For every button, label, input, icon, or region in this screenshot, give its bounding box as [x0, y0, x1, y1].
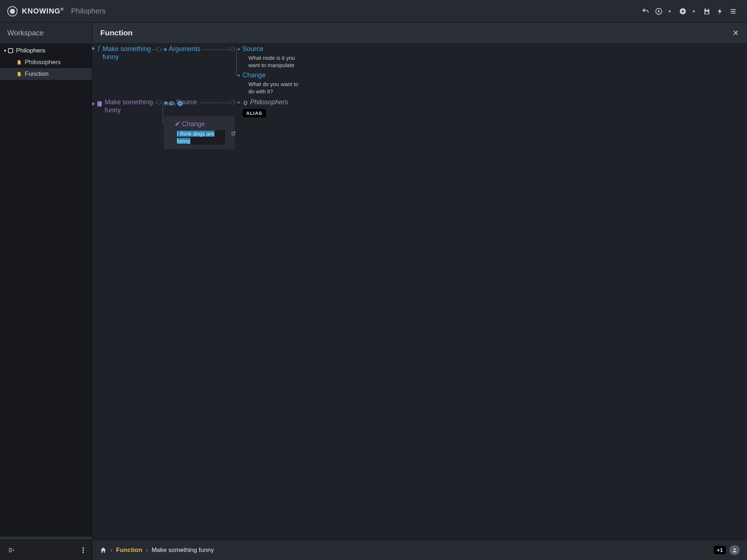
panel-title: Function: [100, 28, 133, 37]
more-button[interactable]: [82, 547, 84, 553]
source-value: Philosophers: [250, 98, 288, 106]
param-desc: What do you want to do with it?: [248, 81, 303, 95]
svg-rect-3: [705, 11, 708, 13]
brand-name: KNOWING: [22, 7, 61, 15]
brand: KNOWING®: [22, 7, 64, 15]
port-icon[interactable]: [238, 48, 240, 50]
source-label: Source: [176, 98, 197, 106]
tree-root-label: Philophers: [16, 47, 45, 54]
tree-root[interactable]: ▼ Philophers: [0, 45, 92, 57]
connector-icon[interactable]: [157, 47, 161, 51]
presence-count[interactable]: +1: [714, 546, 726, 554]
edge: [162, 49, 164, 50]
function-icon: f: [98, 45, 99, 51]
fn-def-node[interactable]: f Make something funny: [92, 45, 154, 61]
function-call-icon: [97, 101, 102, 106]
source-value-node[interactable]: Philosophers ALIAS: [243, 98, 288, 117]
bolt-button[interactable]: [713, 5, 727, 18]
project-name[interactable]: Philophers: [71, 7, 106, 15]
param-source-node[interactable]: Source What node is it you want to manip…: [243, 45, 303, 69]
connector-icon[interactable]: [157, 100, 161, 105]
breadcrumb-function[interactable]: Function: [116, 547, 142, 554]
param-name: Change: [243, 71, 266, 79]
arguments-label: Arguments: [169, 45, 200, 52]
edge: [236, 50, 237, 75]
fn-def-name: Make something funny: [102, 45, 154, 61]
project-icon: [8, 48, 13, 53]
connector-icon[interactable]: [230, 47, 235, 51]
connector-icon[interactable]: [230, 100, 235, 105]
panel-header: Function: [92, 23, 747, 43]
sidebar: Workspace ▼ Philophers Philosophers Func…: [0, 23, 92, 560]
alias-badge: ALIAS: [243, 109, 266, 117]
expand-icon[interactable]: [165, 101, 167, 105]
open-external-icon[interactable]: [231, 131, 236, 136]
add-menu-caret-icon[interactable]: ▾: [687, 5, 700, 18]
svg-rect-2: [706, 8, 708, 10]
doc-icon: [16, 59, 22, 65]
scrollbar[interactable]: [0, 537, 92, 540]
edge: [235, 49, 238, 50]
logo-icon: [7, 6, 18, 16]
svg-point-4: [82, 547, 84, 549]
sidebar-footer: [0, 540, 92, 560]
fn-call-name: Make something funny: [105, 98, 156, 114]
svg-point-5: [82, 549, 84, 551]
edge: [152, 102, 156, 103]
edit-icon: [174, 121, 181, 127]
home-button[interactable]: [100, 547, 107, 554]
param-name: Source: [243, 45, 263, 52]
topbar: KNOWING® Philophers ▾ ▾: [0, 0, 747, 23]
brand-mark: ®: [61, 7, 64, 11]
breadcrumb-separator-icon: ›: [146, 547, 148, 553]
undo-button[interactable]: [639, 5, 652, 18]
port-icon[interactable]: [238, 101, 240, 104]
close-panel-button[interactable]: [732, 30, 739, 36]
edge: [162, 102, 165, 103]
edge: [203, 49, 229, 50]
sidebar-title: Workspace: [0, 23, 92, 43]
tree-item-philosophers[interactable]: Philosophers: [0, 57, 92, 68]
save-button[interactable]: [700, 5, 713, 18]
tree-item-label: Philosophers: [25, 59, 61, 66]
change-value: I think dogs are funny: [177, 131, 214, 144]
pin-icon: [169, 100, 174, 105]
collapse-sidebar-button[interactable]: [7, 547, 15, 553]
edge: [152, 49, 156, 50]
user-avatar[interactable]: [729, 545, 740, 555]
edge: [163, 103, 163, 124]
graph-canvas[interactable]: f Make something funny Arguments Source …: [92, 43, 747, 540]
port-icon[interactable]: [238, 74, 240, 77]
play-menu-caret-icon[interactable]: ▾: [663, 5, 676, 18]
pin-icon: [243, 100, 248, 105]
edge: [235, 102, 238, 103]
expand-icon[interactable]: [92, 47, 95, 50]
change-label: Change: [182, 120, 205, 128]
breadcrumb-leaf[interactable]: Make something funny: [151, 547, 214, 554]
param-desc: What node is it you want to manipulate: [248, 54, 303, 69]
svg-point-7: [734, 548, 735, 550]
expand-icon[interactable]: [165, 48, 167, 51]
doc-icon: [16, 71, 22, 77]
edge: [200, 102, 229, 103]
expand-icon[interactable]: [92, 102, 95, 106]
workspace-tree: ▼ Philophers Philosophers Function: [0, 43, 92, 537]
breadcrumb-bar: › Function › Make something funny +1: [92, 540, 747, 560]
breadcrumb-separator-icon: ›: [111, 547, 112, 553]
menu-button[interactable]: [727, 5, 740, 18]
change-value-input[interactable]: I think dogs are funny: [177, 130, 225, 145]
chevron-down-icon[interactable]: ▼: [3, 48, 7, 53]
tree-item-function[interactable]: Function: [0, 68, 92, 80]
tree-item-label: Function: [25, 70, 49, 78]
change-node[interactable]: Change I think dogs are funny: [164, 116, 235, 149]
param-change-node[interactable]: Change What do you want to do with it?: [243, 71, 303, 95]
call-source-node[interactable]: Source: [165, 98, 197, 106]
svg-point-6: [82, 552, 84, 553]
arguments-node[interactable]: Arguments: [165, 45, 201, 53]
